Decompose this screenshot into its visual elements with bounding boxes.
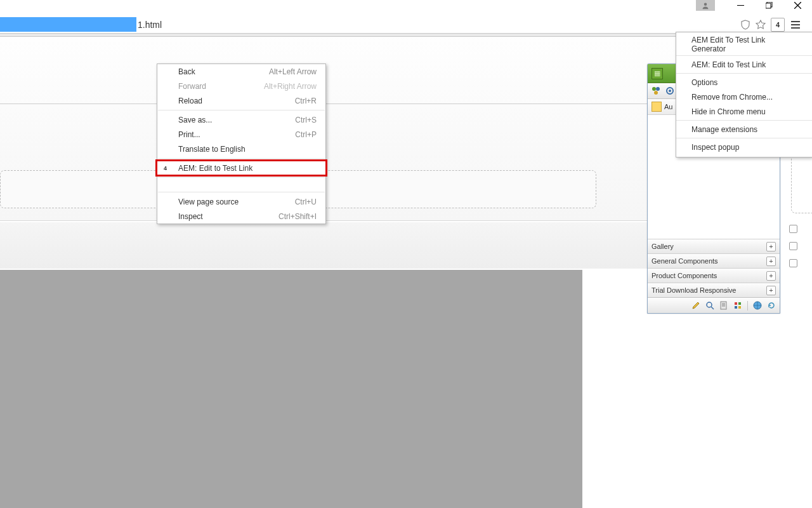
accordion-label: Gallery bbox=[652, 243, 674, 250]
gray-area bbox=[0, 270, 582, 508]
ctx-label: AEM: Edit to Test Link bbox=[178, 164, 252, 173]
tab-icon-1[interactable] bbox=[650, 85, 662, 97]
ctx-translate[interactable]: Translate to English bbox=[157, 142, 325, 156]
ctx-back[interactable]: BackAlt+Left Arrow bbox=[157, 64, 325, 79]
ctx-badge: 4 bbox=[164, 165, 167, 171]
ctx-label: Translate to English bbox=[178, 145, 246, 154]
svg-point-6 bbox=[654, 91, 658, 95]
cube-icon: ▦ bbox=[652, 68, 663, 79]
shield-icon[interactable] bbox=[739, 18, 752, 31]
ctx-shortcut: Alt+Left Arrow bbox=[269, 67, 317, 76]
checkbox[interactable] bbox=[789, 242, 797, 250]
svg-point-9 bbox=[707, 302, 712, 307]
close-window-button[interactable] bbox=[783, 0, 812, 11]
ext-remove[interactable]: Remove from Chrome... bbox=[676, 90, 812, 104]
ctx-shortcut: Ctrl+Shift+I bbox=[278, 212, 317, 221]
tool-separator bbox=[747, 301, 748, 311]
ctx-shortcut: Ctrl+U bbox=[295, 197, 317, 206]
svg-rect-12 bbox=[738, 302, 741, 305]
ctx-forward: ForwardAlt+Right Arrow bbox=[157, 79, 325, 93]
extension-menu: AEM Edit To Test Link Generator AEM: Edi… bbox=[676, 32, 812, 157]
checkbox[interactable] bbox=[789, 259, 797, 267]
ext-title: AEM Edit To Test Link Generator bbox=[676, 35, 812, 54]
ext-hide[interactable]: Hide in Chrome menu bbox=[676, 104, 812, 119]
plus-icon: + bbox=[766, 242, 776, 251]
svg-rect-10 bbox=[721, 302, 726, 309]
ext-separator bbox=[676, 120, 812, 121]
svg-rect-14 bbox=[738, 306, 741, 309]
accordion-trial[interactable]: Trial Download Responsive+ bbox=[648, 283, 780, 297]
palette-icon[interactable] bbox=[732, 300, 743, 311]
ctx-separator bbox=[158, 192, 325, 192]
ctx-label: Back bbox=[178, 67, 195, 76]
svg-point-4 bbox=[652, 87, 656, 91]
svg-point-8 bbox=[669, 90, 671, 92]
ctx-shortcut: Ctrl+R bbox=[295, 97, 317, 105]
ctx-label: Inspect bbox=[178, 212, 203, 221]
plus-icon: + bbox=[766, 286, 776, 295]
ext-separator bbox=[676, 138, 812, 138]
extension-button[interactable]: 4 bbox=[771, 18, 785, 32]
star-icon[interactable] bbox=[754, 18, 767, 31]
ctx-shortcut: Ctrl+P bbox=[295, 130, 317, 139]
au-label: Au bbox=[664, 103, 672, 110]
checkbox[interactable] bbox=[789, 225, 797, 233]
maximize-button[interactable] bbox=[755, 0, 783, 11]
globe-icon[interactable] bbox=[752, 300, 763, 311]
ctx-shortcut: Ctrl+S bbox=[295, 116, 317, 124]
accordion-label: General Components bbox=[652, 257, 718, 265]
ctx-aem-edit-to-test[interactable]: 4 AEM: Edit to Test Link bbox=[157, 161, 325, 175]
ctx-label: Save as... bbox=[178, 116, 212, 124]
sidekick-tools bbox=[648, 297, 780, 313]
ctx-print[interactable]: Print...Ctrl+P bbox=[157, 127, 325, 142]
search-icon[interactable] bbox=[704, 300, 716, 311]
svg-rect-11 bbox=[735, 302, 737, 305]
accordion-gallery[interactable]: Gallery+ bbox=[648, 239, 780, 253]
address-bar-actions: 4 bbox=[739, 17, 801, 32]
ctx-shortcut: Alt+Right Arrow bbox=[264, 82, 317, 91]
user-profile-button[interactable] bbox=[696, 0, 715, 11]
ctx-label: Print... bbox=[178, 130, 200, 139]
ext-separator bbox=[676, 55, 812, 56]
svg-rect-3 bbox=[766, 3, 771, 8]
ctx-saveas[interactable]: Save as...Ctrl+S bbox=[157, 112, 325, 127]
accordion-label: Product Components bbox=[652, 272, 717, 279]
ctx-separator bbox=[158, 158, 325, 159]
plus-icon: + bbox=[766, 257, 776, 266]
ext-manage[interactable]: Manage extensions bbox=[676, 122, 812, 137]
minimize-button[interactable] bbox=[726, 0, 755, 11]
window-controls bbox=[696, 0, 812, 11]
ctx-inspect[interactable]: InspectCtrl+Shift+I bbox=[157, 209, 325, 224]
refresh-icon[interactable] bbox=[766, 300, 777, 311]
plus-icon: + bbox=[766, 271, 776, 281]
ext-inspect-popup[interactable]: Inspect popup bbox=[676, 140, 812, 154]
menu-icon[interactable] bbox=[791, 21, 801, 29]
ctx-label: Reload bbox=[178, 97, 202, 105]
sidekick-accordions: Gallery+ General Components+ Product Com… bbox=[648, 239, 780, 297]
doc-icon[interactable] bbox=[718, 300, 730, 311]
ctx-label: View page source bbox=[178, 197, 239, 206]
ctx-label: Forward bbox=[178, 82, 206, 91]
ctx-view-source[interactable]: View page sourceCtrl+U bbox=[157, 194, 325, 209]
url-selected-part bbox=[0, 17, 136, 32]
tab-icon-2[interactable] bbox=[664, 85, 676, 97]
ext-separator bbox=[676, 73, 812, 74]
context-menu: BackAlt+Left Arrow ForwardAlt+Right Arro… bbox=[157, 64, 326, 224]
ctx-separator bbox=[158, 110, 325, 110]
pencil-icon[interactable] bbox=[690, 300, 702, 311]
svg-point-0 bbox=[704, 3, 707, 6]
accordion-general[interactable]: General Components+ bbox=[648, 253, 780, 268]
accordion-product[interactable]: Product Components+ bbox=[648, 268, 780, 283]
svg-rect-1 bbox=[737, 5, 744, 6]
ext-aem-link[interactable]: AEM: Edit to Test Link bbox=[676, 57, 812, 72]
accordion-label: Trial Download Responsive bbox=[652, 286, 737, 294]
ctx-reload[interactable]: ReloadCtrl+R bbox=[157, 93, 325, 108]
url-suffix: 1.html bbox=[136, 20, 162, 30]
ext-options[interactable]: Options bbox=[676, 75, 812, 90]
svg-point-5 bbox=[656, 87, 660, 91]
svg-rect-13 bbox=[735, 306, 737, 309]
ctx-separator bbox=[158, 177, 325, 178]
address-bar[interactable]: 1.html 4 bbox=[0, 17, 812, 32]
